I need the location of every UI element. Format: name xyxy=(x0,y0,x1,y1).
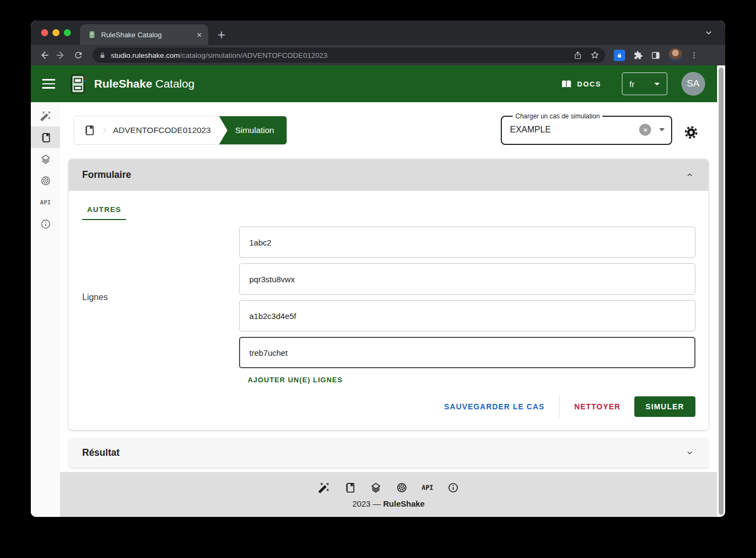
page-scrollbar[interactable] xyxy=(717,65,725,517)
actions-divider xyxy=(559,396,560,417)
minimize-window-button[interactable] xyxy=(52,29,59,36)
browser-menu-icon[interactable] xyxy=(690,51,698,59)
app-title: RuleShake Catalog xyxy=(94,77,195,90)
docs-label: DOCS xyxy=(577,80,601,88)
load-case-select[interactable]: Charger un cas de simulation EXAMPLE xyxy=(501,112,672,145)
form-panel-header[interactable]: Formulaire xyxy=(69,159,708,191)
close-window-button[interactable] xyxy=(41,29,48,36)
info-icon xyxy=(40,218,51,230)
breadcrumb-item[interactable]: ADVENTOFCODE012023 xyxy=(113,125,211,135)
chevron-up-icon[interactable] xyxy=(686,171,694,179)
ruleshake-logo-icon xyxy=(69,74,86,94)
user-avatar[interactable]: SA xyxy=(681,72,705,96)
settings-gear-button[interactable] xyxy=(684,125,699,140)
sidebar-item-collections[interactable] xyxy=(31,148,60,170)
docs-button[interactable]: DOCS xyxy=(561,78,601,90)
copyright: 2023 — RuleShake xyxy=(60,499,717,508)
breadcrumb-separator-icon xyxy=(100,125,109,135)
clear-case-button[interactable] xyxy=(639,124,651,136)
chevron-down-icon xyxy=(654,83,660,85)
breadcrumb-active-simulation: Simulation xyxy=(219,116,287,145)
load-case-value: EXAMPLE xyxy=(510,125,639,135)
sidebar-item-api[interactable]: API xyxy=(31,191,60,213)
page-viewport: RuleShake Catalog DOCS fr SA xyxy=(31,65,725,517)
back-button[interactable] xyxy=(36,48,51,63)
bookmark-star-icon[interactable] xyxy=(590,50,600,60)
language-value: fr xyxy=(629,79,634,89)
password-manager-extension-icon[interactable] xyxy=(614,50,625,61)
reload-button[interactable] xyxy=(71,48,86,63)
line-input-4[interactable] xyxy=(239,337,695,368)
extensions-puzzle-icon[interactable] xyxy=(633,50,643,61)
window-controls xyxy=(41,29,71,36)
scrollbar-thumb[interactable] xyxy=(719,68,724,515)
browser-profile-avatar[interactable] xyxy=(668,48,682,62)
lock-icon xyxy=(99,52,106,59)
form-panel-title: Formulaire xyxy=(82,169,131,181)
line-input-1[interactable] xyxy=(239,227,695,258)
footer-layers-icon[interactable] xyxy=(370,482,382,494)
browser-toolbar: studio.ruleshake.com/catalog/simulation/… xyxy=(31,45,725,65)
line-input-2[interactable] xyxy=(239,263,695,295)
copyright-brand: RuleShake xyxy=(383,499,425,508)
side-panel-icon[interactable] xyxy=(651,50,661,61)
forward-button[interactable] xyxy=(54,48,69,63)
catalog-notebook-icon xyxy=(83,124,95,136)
chevron-down-icon[interactable] xyxy=(686,449,694,457)
app-title-brand: RuleShake xyxy=(94,77,152,90)
result-panel-title: Résultat xyxy=(82,447,120,459)
line-input-3[interactable] xyxy=(239,300,695,331)
close-tab-icon[interactable] xyxy=(196,31,203,38)
sidebar-item-about[interactable] xyxy=(31,213,60,235)
footer: API 2023 — RuleShake xyxy=(60,472,717,517)
browser-tab[interactable]: RuleShake Catalog xyxy=(80,24,208,45)
footer-notebook-icon[interactable] xyxy=(344,482,356,494)
footer-api-icon[interactable]: API xyxy=(422,484,434,491)
sidebar-item-catalog[interactable] xyxy=(31,127,60,148)
extension-area xyxy=(614,48,698,62)
browser-window: RuleShake Catalog studio.ruleshake.com/c… xyxy=(31,21,725,517)
app-title-suffix: Catalog xyxy=(155,77,194,90)
favicon-notebook-icon xyxy=(87,30,96,39)
tab-search-chevron-icon[interactable] xyxy=(704,28,713,37)
tab-title: RuleShake Catalog xyxy=(101,31,196,39)
browser-tabstrip: RuleShake Catalog xyxy=(31,21,725,45)
result-panel-header[interactable]: Résultat xyxy=(69,438,708,468)
menu-hamburger-button[interactable] xyxy=(42,79,55,88)
address-bar[interactable]: studio.ruleshake.com/catalog/simulation/… xyxy=(92,48,605,63)
load-case-label: Charger un cas de simulation xyxy=(513,112,602,120)
lines-inputs xyxy=(239,227,695,368)
main-content: ADVENTOFCODE012023 Simulation Charger un… xyxy=(60,102,717,517)
sidebar-item-engine[interactable] xyxy=(31,170,60,191)
form-panel: Formulaire AUTRES Lignes xyxy=(69,159,708,430)
book-icon xyxy=(561,78,572,90)
avatar-initials: SA xyxy=(687,78,700,89)
footer-turbine-wheel-icon[interactable] xyxy=(396,482,408,494)
footer-info-icon[interactable] xyxy=(447,482,459,494)
copyright-year: 2023 — xyxy=(353,499,381,508)
save-case-button[interactable]: SAUVEGARDER LE CAS xyxy=(437,397,551,416)
url-path: /catalog/simulation/ADVENTOFCODE012023 xyxy=(180,51,328,59)
simulate-button[interactable]: SIMULER xyxy=(634,396,695,417)
form-tabs: AUTRES xyxy=(82,198,695,220)
tab-autres[interactable]: AUTRES xyxy=(82,198,126,220)
notebook-icon xyxy=(40,132,51,143)
turbine-wheel-icon xyxy=(40,175,51,187)
api-text-icon: API xyxy=(40,199,51,206)
share-button[interactable] xyxy=(573,51,582,60)
app-header: RuleShake Catalog DOCS fr SA xyxy=(31,65,717,102)
footer-magic-wand-icon[interactable] xyxy=(318,482,330,494)
magic-wand-icon xyxy=(40,110,51,122)
reset-button[interactable]: NETTOYER xyxy=(568,397,627,416)
add-line-button[interactable]: AJOUTER UN(E) LIGNES xyxy=(248,376,343,384)
sidebar-item-rules[interactable] xyxy=(31,105,60,127)
language-select[interactable]: fr xyxy=(622,72,667,95)
zoom-window-button[interactable] xyxy=(64,29,71,36)
layers-icon xyxy=(40,154,51,165)
form-actions: SAUVEGARDER LE CAS NETTOYER SIMULER xyxy=(82,396,695,417)
url-domain: studio.ruleshake.com xyxy=(111,51,180,59)
new-tab-button[interactable] xyxy=(216,29,227,41)
lines-field-label: Lignes xyxy=(82,227,239,368)
select-caret-icon[interactable] xyxy=(659,128,665,131)
breadcrumb: ADVENTOFCODE012023 Simulation xyxy=(74,116,287,145)
